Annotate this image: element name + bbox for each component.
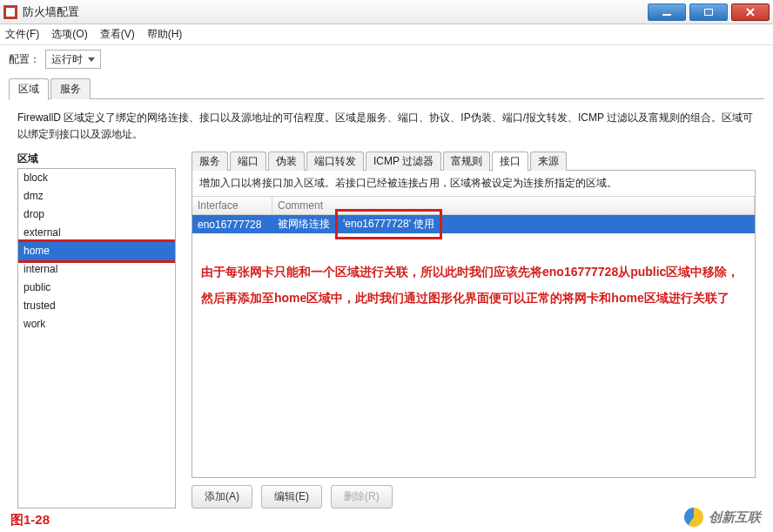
cell-comment-b: 'eno16777728' 使用 xyxy=(343,218,434,230)
menu-help[interactable]: 帮助(H) xyxy=(147,27,183,42)
inner-tab-services[interactable]: 服务 xyxy=(192,152,228,171)
remove-button[interactable]: 删除(R) xyxy=(331,485,393,508)
maximize-button[interactable] xyxy=(689,3,728,21)
tab-services[interactable]: 服务 xyxy=(50,78,91,99)
tab-zones[interactable]: 区域 xyxy=(9,78,49,100)
minimize-icon xyxy=(662,7,672,17)
menu-view[interactable]: 查看(V) xyxy=(100,27,135,42)
cell-comment-a: 被网络连接 xyxy=(272,215,335,233)
zone-item-internal[interactable]: internal xyxy=(18,260,175,279)
watermark: 创新互联 xyxy=(684,508,761,527)
button-row: 添加(A) 编辑(E) 删除(R) xyxy=(192,478,756,508)
zone-item-dmz[interactable]: dmz xyxy=(18,187,175,205)
inner-tabs: 服务 端口 伪装 端口转发 ICMP 过滤器 富规则 接口 来源 xyxy=(192,152,756,171)
close-button[interactable] xyxy=(731,3,770,21)
zones-list[interactable]: block dmz drop external home internal pu… xyxy=(17,168,176,508)
config-row: 配置： 运行时 xyxy=(0,45,773,73)
interfaces-description: 增加入口以将接口加入区域。若接口已经被连接占用，区域将被设定为连接所指定的区域。 xyxy=(192,171,755,196)
close-icon xyxy=(745,7,756,17)
inner-tab-ports[interactable]: 端口 xyxy=(230,152,266,171)
interface-row[interactable]: eno16777728 被网络连接 'eno16777728' 使用 xyxy=(192,215,755,233)
zones-heading: 区域 xyxy=(17,152,176,166)
chevron-down-icon xyxy=(88,57,95,62)
inner-tab-masq[interactable]: 伪装 xyxy=(268,152,305,171)
maximize-icon xyxy=(704,9,713,16)
interfaces-table-header: Interface Comment xyxy=(192,196,755,215)
menubar: 文件(F) 选项(O) 查看(V) 帮助(H) xyxy=(0,24,773,45)
zone-item-home[interactable]: home xyxy=(18,242,175,260)
app-icon xyxy=(3,5,17,19)
zone-item-drop[interactable]: drop xyxy=(18,205,175,224)
edit-button[interactable]: 编辑(E) xyxy=(261,485,322,508)
watermark-logo-icon xyxy=(684,508,703,527)
inner-tab-icmp[interactable]: ICMP 过滤器 xyxy=(366,152,441,171)
svg-rect-0 xyxy=(662,14,671,16)
minimize-button[interactable] xyxy=(648,3,686,21)
interfaces-pane: 增加入口以将接口加入区域。若接口已经被连接占用，区域将被设定为连接所指定的区域。… xyxy=(192,171,756,478)
titlebar: 防火墙配置 xyxy=(0,0,773,24)
outer-tabs: 区域 服务 FirewallD 区域定义了绑定的网络连接、接口以及源地址的可信程… xyxy=(9,78,764,508)
col-interface: Interface xyxy=(192,197,272,214)
zone-item-public[interactable]: public xyxy=(18,279,175,297)
highlight-box-home: home xyxy=(17,239,176,263)
menu-options[interactable]: 选项(O) xyxy=(51,27,87,42)
inner-tab-sources[interactable]: 来源 xyxy=(530,152,567,171)
inner-tab-rich[interactable]: 富规则 xyxy=(443,152,490,171)
zone-item-trusted[interactable]: trusted xyxy=(18,297,175,315)
annotation-text: 由于每张网卡只能和一个区域进行关联，所以此时我们应该先将eno16777728从… xyxy=(192,233,755,311)
zone-description: FirewallD 区域定义了绑定的网络连接、接口以及源地址的可信程度。区域是服… xyxy=(9,106,764,152)
window-title: 防火墙配置 xyxy=(23,4,79,20)
inner-tab-portfw[interactable]: 端口转发 xyxy=(306,152,364,171)
zone-item-work[interactable]: work xyxy=(18,315,175,333)
inner-tab-ifaces[interactable]: 接口 xyxy=(492,152,528,172)
watermark-text: 创新互联 xyxy=(709,509,761,526)
add-button[interactable]: 添加(A) xyxy=(192,485,252,508)
menu-file[interactable]: 文件(F) xyxy=(5,27,39,42)
config-select[interactable]: 运行时 xyxy=(45,50,101,69)
cell-interface: eno16777728 xyxy=(192,217,272,232)
config-value: 运行时 xyxy=(51,52,83,67)
figure-label: 图1-28 xyxy=(10,512,50,529)
zone-item-block[interactable]: block xyxy=(18,169,175,187)
config-label: 配置： xyxy=(9,52,40,67)
